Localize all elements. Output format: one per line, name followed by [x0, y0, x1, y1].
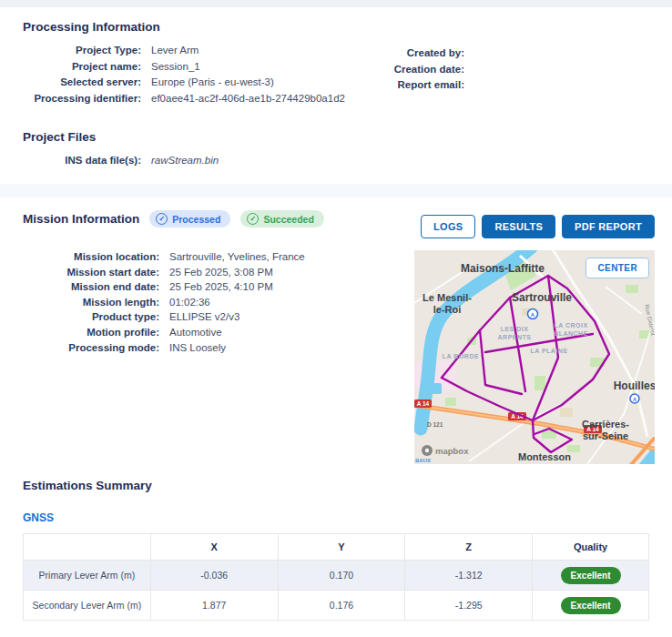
field-row: Creation date:	[346, 64, 474, 75]
map-label-le-mesnil: Le Mesnil-	[423, 292, 472, 303]
map-canvas: A 14 A 14 A 14 D 121 Maisons-Laffitte Le…	[414, 250, 655, 464]
table-header-quality: Quality	[533, 534, 649, 561]
status-badge-succeeded: ✓ Succeeded	[240, 210, 323, 228]
field-value: ELLIPSE v2/v3	[169, 311, 239, 322]
cell-y: 0.170	[278, 561, 405, 591]
map-label-maisons-laffitte: Maisons-Laffitte	[461, 262, 545, 275]
cell-z: -1.295	[405, 591, 533, 621]
field-row: Selected server: Europe (Paris - eu-west…	[23, 76, 345, 87]
cell-quality: Excellent	[533, 591, 649, 621]
field-label: Project Type:	[23, 45, 141, 56]
field-label: Mission end date:	[23, 281, 159, 292]
row-name: Secondary Lever Arm (m)	[24, 591, 151, 621]
check-circle-icon: ✓	[247, 213, 259, 225]
field-row: Mission start date: 25 Feb 2025, 3:08 PM	[23, 267, 305, 278]
field-label: Selected server:	[23, 76, 141, 87]
table-header-row: X Y Z Quality	[24, 534, 649, 561]
cell-x: 1.877	[150, 591, 278, 621]
road-label-d121: D 121	[427, 421, 443, 428]
field-label: Created by:	[346, 47, 464, 58]
road-shield-label: A 14	[417, 400, 430, 407]
project-files-title: Project Files	[23, 130, 96, 144]
field-value: 25 Feb 2025, 3:08 PM	[169, 267, 273, 278]
rer-letter: A	[531, 312, 535, 318]
table-header-z: Z	[405, 534, 533, 561]
field-row: Product type: ELLIPSE v2/v3	[23, 311, 305, 322]
table-header-empty	[24, 534, 151, 561]
mission-info-title: Mission Information	[23, 212, 139, 226]
field-row: Mission end date: 25 Feb 2025, 4:10 PM	[23, 281, 305, 292]
mission-info-fields: Mission location: Sartrouville, Yvelines…	[23, 251, 305, 357]
field-row: Created by:	[346, 47, 474, 58]
field-row: Report email:	[346, 79, 474, 90]
cell-y: 0.176	[278, 591, 405, 621]
map-label-houilles: Houilles	[614, 379, 655, 392]
mission-info-header: Mission Information ✓ Processed ✓ Succee…	[23, 210, 324, 228]
processing-meta-fields: Created by: Creation date: Report email:	[346, 47, 474, 96]
field-label: Mission start date:	[23, 267, 159, 278]
status-badge-processed: ✓ Processed	[149, 210, 230, 228]
ins-file-name: rawStream.bin	[151, 155, 219, 166]
table-row: Secondary Lever Arm (m) 1.877 0.176 -1.2…	[24, 591, 649, 621]
map-label-la-borde: LA BORDE	[443, 353, 479, 359]
field-value: Automotive	[169, 327, 222, 338]
field-value: ef0aee41-ac2f-406d-ae1b-274429b0a1d2	[151, 93, 345, 104]
field-label: Mission length:	[23, 297, 159, 308]
field-value: Session_1	[151, 61, 200, 72]
cell-x: -0.036	[150, 561, 278, 591]
rer-letter: A	[633, 397, 636, 402]
check-circle-icon: ✓	[156, 213, 168, 225]
pdf-report-button[interactable]: PDF REPORT	[562, 215, 655, 238]
mapbox-wordmark: mapbox	[435, 446, 469, 456]
section-divider	[0, 184, 672, 197]
processing-info-fields: Project Type: Lever Arm Project name: Se…	[23, 45, 345, 108]
field-value: 25 Feb 2025, 4:10 PM	[169, 281, 273, 292]
map-pond	[427, 383, 442, 394]
map-center-button[interactable]: CENTER	[585, 258, 649, 278]
map-label-sur-seine: sur-Seine	[583, 430, 628, 441]
field-label: INS data file(s):	[23, 155, 141, 166]
field-row: Mission length: 01:02:36	[23, 297, 305, 308]
field-row: Processing identifier: ef0aee41-ac2f-406…	[23, 93, 345, 104]
badge-label: Processed	[172, 214, 220, 225]
field-value: Lever Arm	[151, 45, 199, 56]
cell-quality: Excellent	[533, 561, 649, 591]
field-row: Processing mode: INS Loosely	[23, 342, 305, 353]
mission-map[interactable]: A 14 A 14 A 14 D 121 Maisons-Laffitte Le…	[414, 250, 655, 464]
map-label-la-plaine: LA PLAINE	[530, 348, 567, 354]
field-row: Project name: Session_1	[23, 61, 345, 72]
logs-button[interactable]: LOGS	[421, 215, 475, 238]
table-header-x: X	[150, 534, 278, 561]
map-label-carrieres: Carrières-	[582, 419, 629, 430]
field-label: Creation date:	[346, 64, 464, 75]
field-value: Europe (Paris - eu-west-3)	[151, 76, 274, 87]
mission-action-buttons: LOGS RESULTS PDF REPORT	[421, 215, 655, 238]
badge-label: Succeeded	[263, 214, 313, 225]
field-label: Processing mode:	[23, 342, 159, 353]
field-row: Mission location: Sartrouville, Yvelines…	[23, 251, 305, 262]
estimations-summary-title: Estimations Summary	[23, 479, 152, 492]
table-row: Primary Lever Arm (m) -0.036 0.170 -1.31…	[24, 561, 649, 591]
field-label: Processing identifier:	[23, 93, 141, 104]
quality-badge: Excellent	[561, 597, 621, 614]
cell-z: -1.312	[405, 561, 533, 591]
mapbox-logo: mapbox	[422, 445, 469, 456]
field-row: Project Type: Lever Arm	[23, 45, 345, 56]
map-label-montesson: Montesson	[518, 451, 571, 462]
field-row: Motion profile: Automotive	[23, 327, 305, 338]
map-label-baux: BAUX	[415, 458, 431, 463]
field-label: Project name:	[23, 61, 141, 72]
processing-info-title: Processing Information	[23, 20, 160, 34]
field-value: INS Loosely	[169, 342, 226, 353]
quality-badge: Excellent	[561, 567, 621, 584]
map-label-les-dix: LES DIX	[501, 326, 529, 332]
map-label-la-croix: LA CROIX	[554, 322, 587, 329]
field-label: Product type:	[23, 311, 159, 322]
field-value: 01:02:36	[169, 297, 210, 308]
gnss-estimations-table: X Y Z Quality Primary Lever Arm (m) -0.0…	[23, 533, 649, 621]
field-label: Mission location:	[23, 251, 159, 262]
map-label-blanche: BLANCHE	[554, 330, 588, 337]
results-button[interactable]: RESULTS	[482, 215, 555, 238]
field-label: Motion profile:	[23, 327, 159, 338]
map-label-le-roi: le-Roi	[433, 304, 462, 315]
